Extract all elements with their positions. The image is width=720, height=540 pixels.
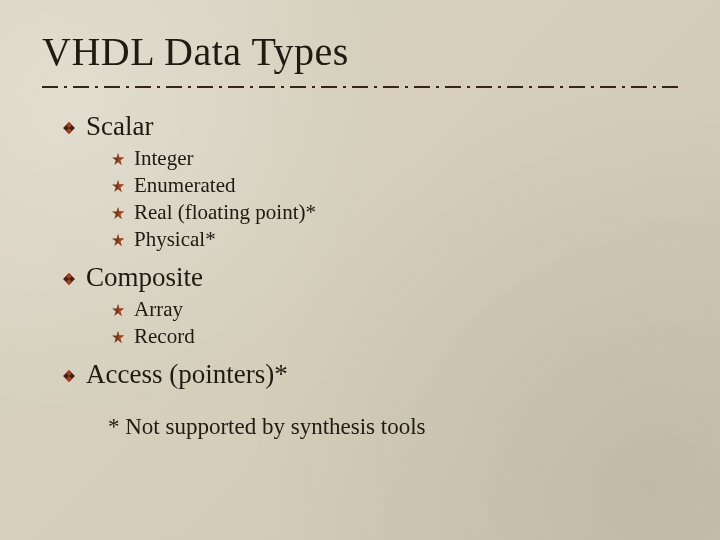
star-bullet-icon	[112, 331, 130, 343]
list-item-label: Integer	[130, 146, 193, 171]
sublist: Integer Enumerated Real (floating point)…	[62, 146, 678, 252]
diamond-bullet-icon	[62, 121, 80, 135]
title-divider	[42, 85, 678, 89]
star-bullet-icon	[112, 153, 130, 165]
list-item: Composite	[62, 262, 678, 293]
footnote: * Not supported by synthesis tools	[62, 414, 678, 440]
diamond-bullet-icon	[62, 369, 80, 383]
slide-title: VHDL Data Types	[42, 28, 678, 75]
list-item: Scalar	[62, 111, 678, 142]
star-bullet-icon	[112, 180, 130, 192]
svg-marker-9	[118, 207, 124, 219]
list-item-label: Physical*	[130, 227, 216, 252]
list-item-label: Record	[130, 324, 195, 349]
slide: VHDL Data Types Scalar Integer	[0, 0, 720, 540]
star-bullet-icon	[112, 304, 130, 316]
list-item: Enumerated	[112, 173, 678, 198]
list-item-label: Composite	[80, 262, 203, 293]
slide-content: Scalar Integer Enumerated Real (floating…	[42, 111, 678, 440]
list-item-label: Scalar	[80, 111, 153, 142]
list-item: Real (floating point)*	[112, 200, 678, 225]
list-item: Integer	[112, 146, 678, 171]
diamond-bullet-icon	[62, 272, 80, 286]
list-item-label: Array	[130, 297, 183, 322]
list-item: Array	[112, 297, 678, 322]
list-item: Record	[112, 324, 678, 349]
list-item-label: Real (floating point)*	[130, 200, 316, 225]
svg-marker-16	[118, 304, 124, 316]
svg-marker-5	[118, 153, 124, 165]
list-item: Physical*	[112, 227, 678, 252]
svg-marker-18	[118, 331, 124, 343]
sublist: Array Record	[62, 297, 678, 349]
list-item-label: Enumerated	[130, 173, 235, 198]
star-bullet-icon	[112, 234, 130, 246]
svg-marker-11	[118, 234, 124, 246]
list-item-label: Access (pointers)*	[80, 359, 288, 390]
divider-line-icon	[42, 85, 678, 89]
list-item: Access (pointers)*	[62, 359, 678, 390]
star-bullet-icon	[112, 207, 130, 219]
svg-marker-7	[118, 180, 124, 192]
